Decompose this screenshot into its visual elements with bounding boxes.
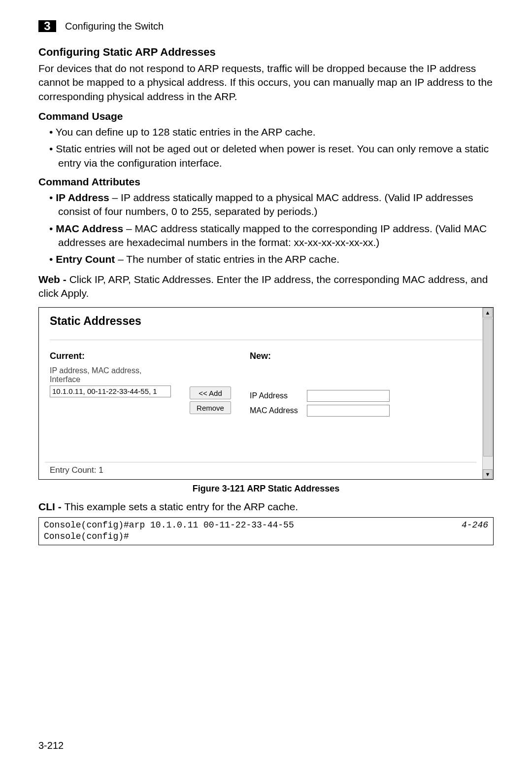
attr-name: Entry Count <box>56 253 115 265</box>
list-item: Entry Count – The number of static entri… <box>49 252 494 266</box>
mac-address-input[interactable] <box>307 405 390 417</box>
attr-name: MAC Address <box>56 223 123 234</box>
current-label: Current: <box>50 351 173 361</box>
list-item: IP Address – IP address statically mappe… <box>49 191 494 219</box>
current-hint: IP address, MAC address, Interface <box>50 366 173 384</box>
page-number: 3-212 <box>38 740 64 751</box>
scroll-up-icon[interactable]: ▲ <box>483 308 493 317</box>
list-item: You can define up to 128 static entries … <box>49 125 494 139</box>
cli-code: Console(config)#arp 10.1.0.11 00-11-22-3… <box>44 520 294 543</box>
command-attributes-list: IP Address – IP address statically mappe… <box>38 191 494 267</box>
web-text: Click IP, ARP, Static Addresses. Enter t… <box>38 274 488 299</box>
current-listbox[interactable]: 10.1.0.11, 00-11-22-33-44-55, 1 <box>50 386 171 397</box>
list-item: Static entries will not be aged out or d… <box>49 142 494 170</box>
entry-count: Entry Count: 1 <box>50 465 103 475</box>
scroll-down-icon[interactable]: ▼ <box>483 469 493 479</box>
cli-prefix: CLI - <box>38 501 65 512</box>
attr-name: IP Address <box>56 192 109 203</box>
mac-address-label: MAC Address <box>250 406 303 415</box>
cli-page-ref: 4-246 <box>462 520 488 543</box>
divider <box>45 462 476 462</box>
current-column: Current: IP address, MAC address, Interf… <box>50 351 173 397</box>
page-header: 3 Configuring the Switch <box>38 17 494 35</box>
divider <box>50 340 482 340</box>
cli-text: This example sets a static entry for the… <box>65 501 299 512</box>
cli-code-block: Console(config)#arp 10.1.0.11 00-11-22-3… <box>38 517 494 545</box>
section-intro: For devices that do not respond to ARP r… <box>38 62 494 104</box>
attr-desc: – The number of static entries in the AR… <box>115 253 339 265</box>
add-button[interactable]: << Add <box>190 387 231 399</box>
new-column: New: IP Address MAC Address <box>250 351 482 420</box>
scroll-thumb[interactable] <box>483 318 493 457</box>
ip-address-label: IP Address <box>250 391 303 400</box>
chapter-badge: 3 <box>38 17 56 35</box>
section-heading: Configuring Static ARP Addresses <box>38 46 494 59</box>
command-attributes-heading: Command Attributes <box>38 176 494 188</box>
panel-title: Static Addresses <box>50 315 482 328</box>
web-prefix: Web - <box>38 274 69 285</box>
figure-caption: Figure 3-121 ARP Static Addresses <box>38 484 494 494</box>
web-instructions: Web - Click IP, ARP, Static Addresses. E… <box>38 273 494 301</box>
button-column: << Add Remove <box>190 387 233 414</box>
command-usage-list: You can define up to 128 static entries … <box>38 125 494 170</box>
list-item: MAC Address – MAC address statically map… <box>49 222 494 250</box>
chapter-title: Configuring the Switch <box>65 21 164 32</box>
ip-address-input[interactable] <box>307 390 390 402</box>
command-usage-heading: Command Usage <box>38 110 494 122</box>
new-label: New: <box>250 351 482 361</box>
remove-button[interactable]: Remove <box>190 401 231 414</box>
cli-instructions: CLI - This example sets a static entry f… <box>38 500 494 514</box>
vertical-scrollbar[interactable]: ▲ ▼ <box>482 308 493 479</box>
static-addresses-panel: Static Addresses Current: IP address, MA… <box>38 307 494 480</box>
attr-desc: – IP address statically mapped to a phys… <box>58 192 473 217</box>
svg-text:3: 3 <box>44 19 50 33</box>
